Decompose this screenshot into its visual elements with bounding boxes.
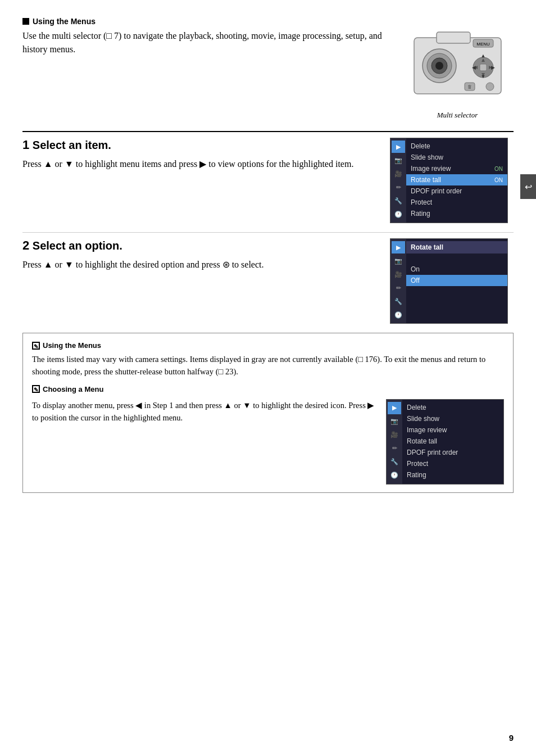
svg-text:◀: ◀ <box>471 65 475 70</box>
intro-block: Use the multi selector (□ 7) to navigate… <box>22 29 514 120</box>
choosing-title: ✎ Choosing a Menu <box>32 385 504 393</box>
square-icon <box>22 18 29 25</box>
menu3-icon-movie: 🎥 <box>388 429 401 441</box>
step1-block: 1 Select an item. Press ▲ or ▼ to highli… <box>22 138 514 223</box>
menu-icons-col-3: ▶ 📷 🎥 ✏ 🔧 🕐 <box>387 400 402 484</box>
note-title-text: Using the Menus <box>43 341 101 350</box>
menu3-icon-clock: 🕐 <box>388 469 401 482</box>
page-number: 9 <box>509 733 514 743</box>
intro-content: Use the multi selector (□ 7) to navigate… <box>22 31 382 54</box>
menu-item-rating: Rating <box>406 208 507 219</box>
menu3-item-imagereview: Image review <box>402 424 503 436</box>
menu3-item-protect: Protect <box>402 458 503 469</box>
menu-item-dpof: DPOF print order <box>406 185 507 197</box>
menu3-icon-edit: ✏ <box>388 442 401 455</box>
camera-caption: Multi selector <box>401 111 514 120</box>
note-box: ✎ Using the Menus The items listed may v… <box>22 333 514 493</box>
step1-menu: ▶ 📷 🎥 ✏ 🔧 🕐 Delete Slide show Image revi… <box>390 138 514 223</box>
note-icon: ✎ <box>32 342 40 350</box>
step1-left: 1 Select an item. Press ▲ or ▼ to highli… <box>22 138 390 171</box>
step2-left: 2 Select an option. Press ▲ or ▼ to high… <box>22 238 390 272</box>
svg-text:▲: ▲ <box>480 53 485 58</box>
menu3-icon-play: ▶ <box>388 402 401 414</box>
menu3-icon-camera: 📷 <box>388 415 401 428</box>
option-icons-col: ▶ 📷 🎥 ✏ 🔧 🕐 <box>390 239 406 323</box>
svg-text:▼: ▼ <box>480 74 485 79</box>
camera-svg: MENU 🗑 ▲ ▼ ◀ <box>401 29 514 107</box>
menu-items-col-1: Delete Slide show Image reviewON Rotate … <box>406 138 507 223</box>
menu-items-col-3: Delete Slide show Image review Rotate ta… <box>402 400 503 484</box>
svg-point-16 <box>486 83 494 90</box>
step2-block: 2 Select an option. Press ▲ or ▼ to high… <box>22 238 514 324</box>
option-screen: ▶ 📷 🎥 ✏ 🔧 🕐 Rotate tall On Off <box>390 238 508 324</box>
menu3-item-dpof: DPOF print order <box>402 447 503 458</box>
step2-desc: Press ▲ or ▼ to highlight the desired op… <box>22 257 379 272</box>
menu-icons-col-1: ▶ 📷 🎥 ✏ 🔧 🕐 <box>390 138 406 223</box>
menu3-item-rating: Rating <box>402 469 503 481</box>
choosing-text: To display another menu, press ◀ in Step… <box>32 399 377 424</box>
step2-number: 2 <box>22 238 29 252</box>
menu-screen-1: ▶ 📷 🎥 ✏ 🔧 🕐 Delete Slide show Image revi… <box>390 138 508 223</box>
option-icon-edit: ✏ <box>392 282 405 294</box>
menu-icon-movie: 🎥 <box>392 168 405 180</box>
option-icon-wrench: 🔧 <box>392 295 405 307</box>
menu-item-rotatetall: Rotate tallON <box>406 174 507 185</box>
section-header: Using the Menus <box>22 17 514 26</box>
menu-item-delete: Delete <box>406 141 507 152</box>
choosing-icon: ✎ <box>32 385 40 393</box>
menu-item-slideshow: Slide show <box>406 152 507 163</box>
menu3-item-slideshow: Slide show <box>402 413 503 424</box>
option-icon-movie: 🎥 <box>392 268 405 280</box>
step1-title-text: Select an item. <box>33 139 111 151</box>
menu3-item-delete: Delete <box>402 402 503 413</box>
svg-rect-9 <box>480 64 487 71</box>
svg-point-5 <box>435 62 443 70</box>
step1-desc: Press ▲ or ▼ to highlight menu items and… <box>22 157 379 171</box>
menu-item-imagereview: Image reviewON <box>406 163 507 174</box>
option-off: Off <box>406 275 507 286</box>
step2-menu: ▶ 📷 🎥 ✏ 🔧 🕐 Rotate tall On Off <box>390 238 514 324</box>
svg-text:▶: ▶ <box>490 65 494 70</box>
tab-icon: ↩ <box>525 182 532 192</box>
step1-title: 1 Select an item. <box>22 138 379 152</box>
menu-icon-clock: 🕐 <box>392 208 405 220</box>
option-icon-clock: 🕐 <box>392 309 405 321</box>
camera-illustration: MENU 🗑 ▲ ▼ ◀ <box>408 29 507 105</box>
divider-1 <box>22 131 514 132</box>
option-items-col: Rotate tall On Off <box>406 239 507 323</box>
option-header: Rotate tall <box>406 241 507 253</box>
option-on: On <box>406 264 507 275</box>
section-tab: ↩ <box>520 174 536 199</box>
step2-title-text: Select an option. <box>33 239 122 252</box>
menu-icon-edit: ✏ <box>392 181 405 193</box>
menu3-item-rotatetall: Rotate tall <box>402 436 503 447</box>
menu-screen-3: ▶ 📷 🎥 ✏ 🔧 🕐 Delete Slide show Image revi… <box>386 399 504 485</box>
choosing-block: To display another menu, press ◀ in Step… <box>32 399 504 485</box>
note-title: ✎ Using the Menus <box>32 341 504 350</box>
menu-icon-wrench: 🔧 <box>392 194 405 207</box>
divider-2 <box>22 232 514 233</box>
option-icon-camera: 📷 <box>392 255 405 267</box>
menu-icon-play: ▶ <box>392 141 405 153</box>
step2-title: 2 Select an option. <box>22 238 379 253</box>
page: ↩ Using the Menus Use the multi selector… <box>0 0 536 756</box>
section-title: Using the Menus <box>33 17 96 26</box>
menu-item-protect: Protect <box>406 197 507 208</box>
camera-diagram: MENU 🗑 ▲ ▼ ◀ <box>401 29 514 120</box>
note-text: The items listed may vary with camera se… <box>32 353 504 378</box>
option-icon-play: ▶ <box>392 241 405 253</box>
step1-number: 1 <box>22 138 29 152</box>
svg-text:🗑: 🗑 <box>467 84 472 89</box>
choosing-menu: ▶ 📷 🎥 ✏ 🔧 🕐 Delete Slide show Image revi… <box>386 399 504 485</box>
menu-icon-camera: 📷 <box>392 154 405 166</box>
choosing-desc: To display another menu, press ◀ in Step… <box>32 399 377 424</box>
svg-text:MENU: MENU <box>476 42 490 47</box>
menu3-icon-wrench: 🔧 <box>388 456 401 468</box>
choosing-title-text: Choosing a Menu <box>43 385 103 393</box>
svg-rect-1 <box>437 32 470 43</box>
intro-text: Use the multi selector (□ 7) to navigate… <box>22 29 401 56</box>
